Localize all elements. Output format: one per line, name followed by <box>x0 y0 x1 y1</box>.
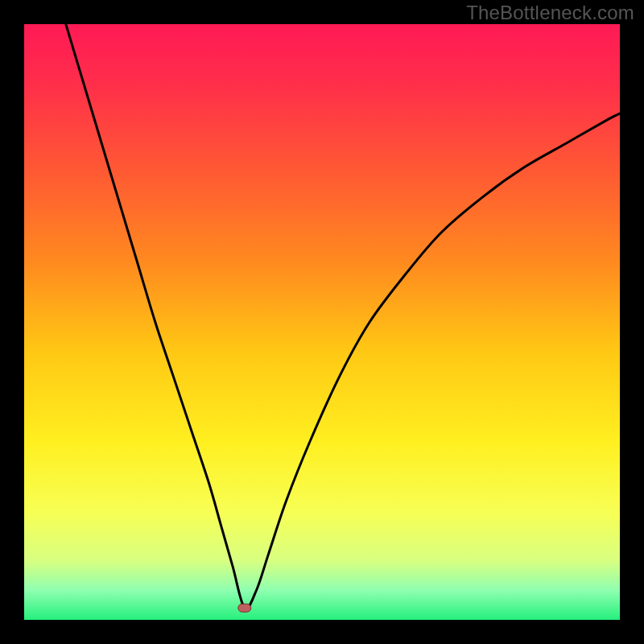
watermark-text: TheBottleneck.com <box>466 2 634 24</box>
stage: TheBottleneck.com <box>0 0 644 644</box>
optimal-point-marker <box>238 604 251 612</box>
plot-frame <box>24 24 620 620</box>
plot-background <box>24 24 620 620</box>
plot-svg <box>24 24 620 620</box>
